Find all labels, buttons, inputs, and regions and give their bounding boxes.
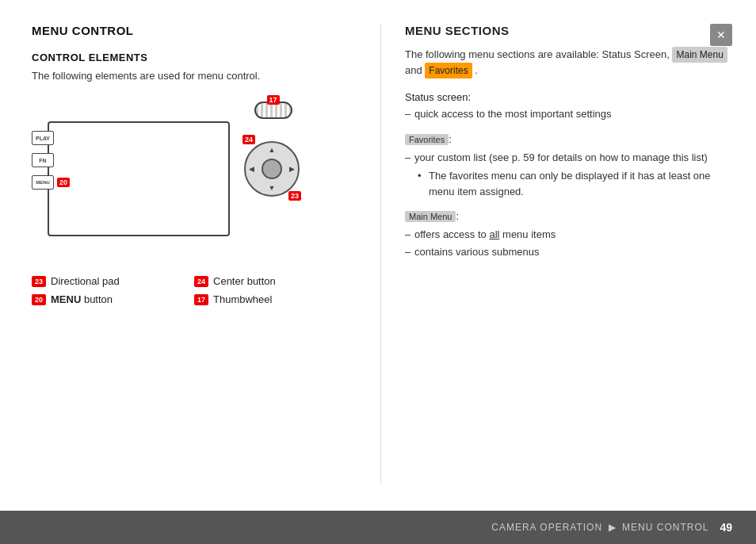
favorites-section: Favorites: your custom list (see p. 59 f… — [405, 133, 732, 200]
play-button: PLAY — [32, 131, 54, 145]
legend-text-17: Thumbwheel — [213, 293, 272, 305]
dpad-arrow-up: ▲ — [269, 146, 276, 154]
footer-breadcrumb-1: CAMERA OPERATION — [491, 522, 602, 533]
page-title: MENU CONTROL — [32, 24, 349, 37]
main-menu-colon: : — [456, 210, 459, 222]
legend-item-17: 17 Thumbwheel — [194, 293, 349, 305]
menu-button: MENU — [32, 175, 54, 190]
main-menu-highlight: Main Menu — [672, 47, 727, 63]
legend-badge-17: 17 — [194, 294, 208, 305]
favorites-list: your custom list (see p. 59 for details … — [405, 150, 732, 166]
badge-17-label: 17 — [266, 95, 279, 105]
menu-sections-title: MENU SECTIONS — [405, 24, 732, 37]
status-screen-section: Status screen: quick access to the most … — [405, 91, 732, 122]
favorites-bullet-item: The favorites menu can only be displayed… — [418, 168, 732, 199]
footer-page-number: 49 — [720, 521, 732, 534]
favorites-colon: : — [449, 133, 452, 145]
close-button[interactable]: ✕ — [710, 24, 732, 46]
legend-item-23: 23 Directional pad — [32, 275, 186, 287]
status-screen-list: quick access to the most important setti… — [405, 106, 732, 122]
fn-button: FN — [32, 153, 54, 167]
status-screen-item-1: quick access to the most important setti… — [405, 106, 732, 122]
legend-item-20: 20 MENU button — [32, 293, 186, 305]
dpad-area: 24 ▲ ▼ ◀ ▶ 23 — [244, 141, 300, 197]
main-menu-list: offers access to all menu items contains… — [405, 227, 732, 259]
favorites-highlight: Favorites — [425, 63, 472, 79]
main-menu-label-heading: Main Menu: — [405, 210, 732, 224]
dpad-outer: ▲ ▼ ◀ ▶ — [244, 141, 300, 197]
legend-text-23: Directional pad — [51, 275, 120, 287]
camera-body — [48, 121, 230, 236]
main-menu-item-2: contains various submenus — [405, 244, 732, 260]
badge-23: 23 — [288, 191, 301, 201]
favorites-item-1: your custom list (see p. 59 for details … — [405, 150, 732, 166]
favorites-label-heading: Favorites: — [405, 133, 732, 147]
legend-item-24: 24 Center button — [194, 275, 349, 287]
legend-badge-23: 23 — [32, 276, 46, 287]
dpad-arrow-right: ▶ — [289, 165, 295, 173]
column-divider — [380, 24, 381, 484]
intro-and: and — [405, 64, 425, 76]
right-column: ✕ MENU SECTIONS The following menu secti… — [389, 24, 732, 492]
footer: CAMERA OPERATION ▶ MENU CONTROL 49 — [0, 511, 756, 544]
intro-text: The following elements are used for menu… — [32, 70, 349, 82]
legend-text-20: MENU button — [51, 293, 113, 305]
left-column: MENU CONTROL CONTROL ELEMENTS The follow… — [32, 24, 372, 492]
intro-period: . — [475, 64, 478, 76]
legend-badge-20: 20 — [32, 294, 46, 305]
legend-text-24: Center button — [213, 275, 276, 287]
sub-title: CONTROL ELEMENTS — [32, 52, 349, 63]
favorites-bullet-list: The favorites menu can only be displayed… — [418, 168, 732, 199]
dpad-arrow-down: ▼ — [269, 184, 276, 192]
camera-diagram: 17 PLAY FN MENU 20 24 ▲ ▼ ◀ ▶ — [32, 98, 309, 256]
main-menu-section-label: Main Menu — [405, 211, 456, 222]
intro-text-before: The following menu sections are availabl… — [405, 48, 670, 60]
badge-24: 24 — [242, 135, 255, 144]
main-menu-item-1: offers access to all menu items — [405, 227, 732, 243]
badge-20: 20 — [57, 178, 70, 187]
footer-arrow-icon: ▶ — [609, 522, 616, 533]
legend: 23 Directional pad 24 Center button 20 M… — [32, 275, 349, 305]
thumbwheel-area: 17 — [251, 99, 295, 121]
footer-breadcrumb-2: MENU CONTROL — [622, 522, 708, 533]
menu-sections-intro: The following menu sections are availabl… — [405, 47, 732, 79]
dpad-arrow-left: ◀ — [249, 165, 254, 173]
main-menu-section: Main Menu: offers access to all menu ite… — [405, 210, 732, 259]
favorites-section-label: Favorites — [405, 134, 449, 145]
legend-badge-24: 24 — [194, 276, 208, 287]
status-screen-label: Status screen: — [405, 91, 732, 103]
dpad-center — [262, 159, 282, 179]
